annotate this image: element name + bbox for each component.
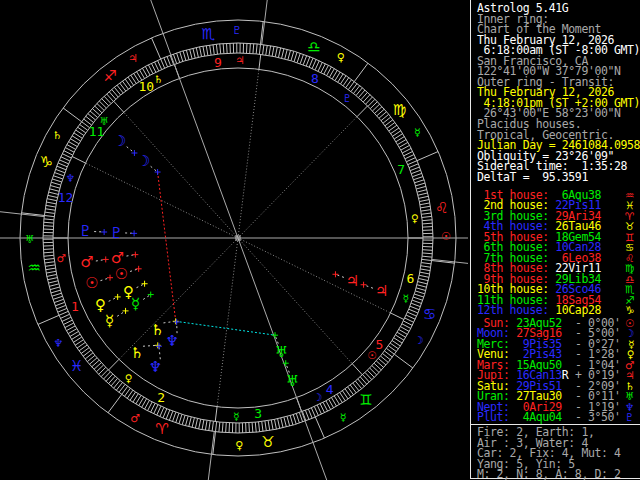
sign-ruler-icon-sagittarius: ♃ [128,52,138,65]
sign-ruler-icon-libra: ♀ [337,51,345,64]
sign-glyph-pisces: ♓ [70,357,83,375]
sign-glyph-sagittarius: ♐ [103,67,116,85]
inner-planet-glyph-venus: ♀ [123,283,134,301]
planet-row: Plut: 4Aqu04 - 3°50'♇ [477,412,636,422]
transit-planet-glyph-jupiter: ♃ [375,282,388,300]
chart-info-block: Astrolog 5.41GInner ring:Chart of the Mo… [477,3,638,182]
house-cusp-list: 1st house: 6Aqu38♒ 2nd house: 22Pis11♓ 3… [477,190,636,315]
sign-boundary [152,38,161,59]
inner-planet-glyph-neptune: ♆ [165,332,178,350]
pointer-line [117,311,125,316]
house-cusp-line [217,238,238,407]
sign-ruler-icon-gemini: ☿ [340,411,347,424]
info-line: DeltaT = 95.3591 [477,172,638,183]
pointer-line [137,284,145,288]
house-ruler-icon-4: ☽ [313,391,322,403]
house-ruler-icon-11: ♅ [99,115,108,127]
house-number-2: 2 [157,390,165,405]
sign-glyph-taurus: ♉ [261,433,274,451]
house-ruler-icon-10: ♄ [153,73,162,85]
sign-glyph-virgo: ♍ [393,101,406,119]
sign-ruler-icon-pisces: ♆ [54,337,64,350]
transit-planet-glyph-saturn: ♄ [130,344,143,362]
zodiac-sign-icon: ♏ [625,284,634,294]
house-label: 12th house: [477,303,555,317]
sign-glyph-cancer: ♋ [423,305,436,323]
sign-glyph-capricorn: ♑ [40,153,53,171]
sign-boundary [354,63,368,81]
sign-glyph-leo: ♌ [435,199,448,217]
house-number-3: 3 [254,406,262,421]
house-ruler-icon-9: ♃ [235,54,244,66]
sign-ruler-icon-aries: ♂ [130,412,140,425]
sign-glyph-libra: ♎ [307,38,320,56]
sign-glyph-aquarius: ♒ [27,259,40,277]
house-ruler-icon-7: ♀ [411,212,419,224]
inner-planet-glyph-moon: ☽ [137,152,150,170]
house-number-4: 4 [326,382,334,397]
house-ruler-icon-5: ☉ [367,349,376,361]
sign-ruler-icon-virgo: ☿ [414,126,421,139]
house-value: 10Cap28 [555,303,601,317]
zodiac-sign-icon: ♑ [625,305,634,315]
house-ruler-icon-6: ☿ [402,292,408,304]
house-ruler-icon-12: ♆ [66,172,75,184]
astrology-biwheel: ♈♂♉♀♊☿♋☽♌☉♍☿♎♀♏♇♐♃♑♄♒♅♓♆1♂2♀3☿4☽5☉6☿7♀8♇… [0,0,470,480]
outer-axis-stub [208,432,214,480]
pointer-line [127,147,135,153]
sign-boundary [108,394,122,412]
house-cusp-spoke [352,364,362,375]
inner-planet-glyph-uranus: ♅ [275,343,288,361]
house-cusp-spoke [357,106,368,117]
house-cusp-line [238,117,357,238]
sign-ruler-icon-taurus: ♀ [235,439,243,452]
house-cusp-spoke [72,156,85,163]
house-cusp-spoke [391,313,404,320]
transit-planet-glyph-mars: ♂ [80,253,93,271]
house-number-1: 1 [71,299,79,314]
sign-glyph-scorpio: ♏ [201,25,215,43]
planet-value: 4Aqu04 [516,410,562,424]
sign-ruler-icon-aquarius: ♅ [25,233,35,246]
transit-planet-glyph-sun: ☉ [85,274,98,292]
house-number-12: 12 [58,190,74,205]
transit-planet-glyph-uranus: ♅ [286,372,299,390]
sign-ruler-icon-cancer: ☽ [414,334,424,347]
pointer-line [109,297,118,301]
house-ruler-icon-8: ♇ [343,92,352,104]
house-number-10: 10 [138,79,154,94]
house-row: 12th house: 10Cap28♑ [477,305,636,315]
transit-planet-glyph-mercury: ☿ [105,312,114,330]
stats-line: M: 2, N: 8, A: 8, D: 2 [477,469,640,480]
inner-planet-glyph-mars: ♂ [111,249,124,267]
house-number-5: 5 [376,337,384,352]
house-ruler-icon-3: ☿ [233,410,239,422]
transit-planet-glyph-pluto: ♇ [78,222,91,240]
transit-planet-glyph-moon: ☽ [113,132,126,150]
pointer-line [151,166,158,172]
house-cusp-spoke [114,101,124,112]
house-number-8: 8 [311,71,319,86]
inner-planet-glyph-sun: ☉ [115,265,128,283]
transit-planet-glyph-venus: ♀ [95,296,106,314]
sign-boundary [63,108,81,122]
planet-position-list: Sun: 23Aqu52 - 0°00'☉Moon: 27Sag16 - 5°0… [477,318,636,423]
house-cusp-spoke [259,54,261,69]
inner-planet-glyph-jupiter: ♃ [346,272,359,290]
sign-ruler-icon-scorpio: ♇ [232,24,242,37]
house-ruler-icon-2: ♀ [125,372,133,384]
sign-glyph-gemini: ♊ [359,391,372,409]
planet-icon: ♇ [625,412,634,422]
pointer-line [364,285,373,288]
planet-label: Plut: [477,410,516,424]
house-cusp-line [124,112,238,238]
sign-boundary [315,417,324,438]
sign-ruler-icon-leo: ☉ [441,230,451,243]
house-ruler-icon-1: ♂ [56,252,65,264]
sign-glyph-aries: ♈ [155,420,168,438]
sign-boundary [38,315,59,324]
house-number-9: 9 [214,55,222,70]
aspect-line-saturn-uranus [176,321,275,335]
house-cusp-line [238,69,259,238]
element-stats-block: Fire: 2, Earth: 1,Air : 3, Water: 4Car: … [471,424,640,480]
